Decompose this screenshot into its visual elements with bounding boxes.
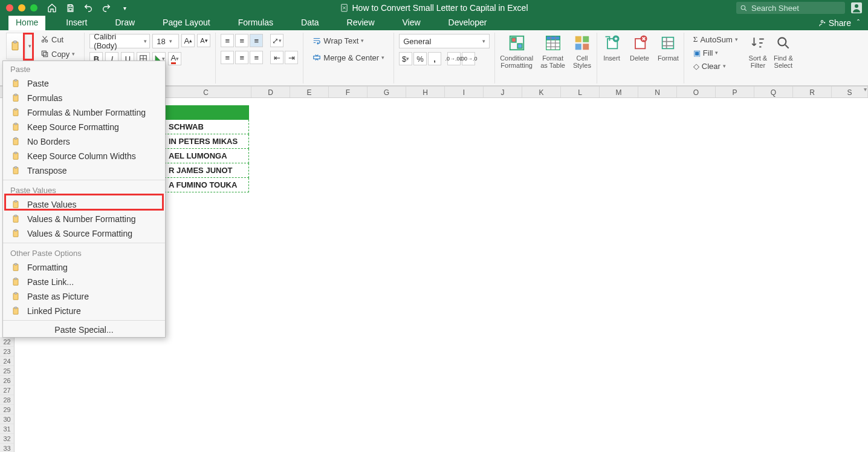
col-header-G[interactable]: G [368, 87, 406, 97]
copy-button[interactable]: Copy▾ [36, 47, 79, 61]
merge-center-button[interactable]: Merge & Center▾ [308, 51, 389, 64]
insert-cells-button[interactable]: Insert [602, 33, 621, 62]
paste-item-keep-source-formatting[interactable]: Keep Source Formatting [3, 120, 165, 134]
find-select-button[interactable]: Find & Select [774, 33, 793, 69]
font-name-select[interactable]: Calibri (Body)▾ [89, 34, 150, 48]
align-bottom-icon[interactable]: ≡ [250, 34, 263, 47]
cell[interactable]: A FUMINO TOUKA [164, 178, 249, 192]
paste-other-item-linked-picture[interactable]: Linked Picture [3, 304, 165, 318]
align-center-icon[interactable]: ≡ [235, 51, 248, 64]
col-header-L[interactable]: L [561, 87, 600, 97]
row-header-26[interactable]: 26 [0, 376, 14, 385]
paste-item-formulas-number-formatting[interactable]: Formulas & Number Formatting [3, 105, 165, 120]
col-header-F[interactable]: F [329, 87, 368, 97]
paste-item-no-borders[interactable]: No Borders [3, 134, 165, 149]
col-header-P[interactable]: P [716, 87, 754, 97]
clear-button[interactable]: ◇Clear▾ [689, 59, 742, 73]
conditional-formatting-button[interactable]: Conditional Formatting [500, 33, 533, 69]
col-header-N[interactable]: N [638, 87, 677, 97]
share-button[interactable]: Share [818, 18, 851, 28]
redo-icon[interactable] [102, 3, 111, 13]
align-middle-icon[interactable]: ≡ [235, 34, 248, 47]
tab-developer[interactable]: Developer [441, 15, 494, 30]
cell[interactable]: SCHWAB [164, 120, 249, 134]
increase-font-icon[interactable]: A▴ [181, 34, 195, 47]
paste-item-formulas[interactable]: Formulas [3, 91, 165, 105]
col-header-S[interactable]: S [832, 87, 868, 97]
paste-values-item-paste-values[interactable]: Paste Values [3, 197, 165, 212]
tab-data[interactable]: Data [294, 15, 326, 30]
row-header-24[interactable]: 24 [0, 356, 14, 366]
row-header-23[interactable]: 23 [0, 347, 14, 356]
paste-values-item-values-source-formatting[interactable]: Values & Source Formatting [3, 226, 165, 241]
increase-decimal-icon[interactable]: .0→.00 [447, 52, 461, 65]
col-header-R[interactable]: R [793, 87, 832, 97]
paste-dropdown-button[interactable]: ▾ [25, 33, 34, 59]
row-header-28[interactable]: 28 [0, 395, 14, 405]
row-header-27[interactable]: 27 [0, 385, 14, 395]
search-sheet-input[interactable]: Search Sheet [736, 2, 845, 14]
paste-other-item-paste-as-picture[interactable]: Paste as Picture [3, 289, 165, 304]
wrap-text-button[interactable]: Wrap Text▾ [308, 34, 368, 47]
cut-button[interactable]: Cut [36, 33, 79, 46]
format-cells-button[interactable]: Format [658, 33, 679, 62]
paste-item-paste[interactable]: Paste [3, 76, 165, 91]
qat-customize-icon[interactable]: ▾ [120, 3, 129, 13]
row-header-22[interactable]: 22 [0, 337, 14, 347]
align-top-icon[interactable]: ≡ [221, 34, 234, 47]
row-header-32[interactable]: 32 [0, 434, 14, 444]
row-header-31[interactable]: 31 [0, 424, 14, 434]
decrease-decimal-icon[interactable]: .00→.0 [462, 52, 475, 65]
formula-bar-collapse-icon[interactable]: ▾ [864, 86, 867, 93]
col-header-I[interactable]: I [445, 87, 484, 97]
cell-header[interactable] [164, 105, 249, 120]
accounting-format-icon[interactable]: $▾ [399, 52, 412, 65]
decrease-indent-icon[interactable]: ⇤ [270, 51, 283, 64]
align-right-icon[interactable]: ≡ [250, 51, 263, 64]
cell[interactable]: IN PETERS MIKAS [164, 134, 249, 149]
row-header-33[interactable]: 33 [0, 444, 14, 452]
cell[interactable]: R JAMES JUNOT [164, 163, 249, 178]
format-as-table-button[interactable]: Format as Table [540, 33, 565, 69]
tab-page-layout[interactable]: Page Layout [155, 15, 218, 30]
col-header-C[interactable]: C [161, 87, 251, 97]
cell[interactable]: AEL LUMONGA [164, 149, 249, 163]
row-header-29[interactable]: 29 [0, 405, 14, 414]
tab-insert[interactable]: Insert [59, 15, 94, 30]
paste-item-keep-source-column-widths[interactable]: Keep Source Column Widths [3, 149, 165, 163]
tab-view[interactable]: View [395, 15, 428, 30]
col-header-O[interactable]: O [677, 87, 716, 97]
orientation-icon[interactable]: ⤢▾ [270, 34, 283, 47]
font-color-button[interactable]: A▾ [168, 52, 181, 65]
fill-button[interactable]: ▣Fill▾ [689, 46, 742, 59]
paste-item-transpose[interactable]: Transpose [3, 163, 165, 178]
decrease-font-icon[interactable]: A▾ [197, 34, 210, 47]
close-window-button[interactable] [6, 4, 13, 11]
cell-styles-button[interactable]: Cell Styles [572, 33, 592, 69]
col-header-E[interactable]: E [290, 87, 329, 97]
font-size-select[interactable]: 18▾ [152, 34, 179, 48]
tab-home[interactable]: Home [8, 15, 45, 30]
ribbon-collapse-button[interactable]: ˆ [857, 19, 860, 27]
col-header-M[interactable]: M [600, 87, 638, 97]
percent-format-icon[interactable]: % [413, 52, 427, 65]
tab-formulas[interactable]: Formulas [231, 15, 280, 30]
save-icon[interactable] [65, 3, 75, 13]
col-header-J[interactable]: J [484, 87, 522, 97]
paste-other-item-paste-link[interactable]: Paste Link... [3, 275, 165, 289]
sort-filter-button[interactable]: Sort & Filter [748, 33, 768, 69]
paste-special-item[interactable]: Paste Special... [3, 323, 165, 337]
tab-review[interactable]: Review [340, 15, 382, 30]
col-header-K[interactable]: K [522, 87, 561, 97]
account-icon[interactable] [851, 2, 862, 13]
increase-indent-icon[interactable]: ⇥ [285, 51, 298, 64]
home-icon[interactable] [47, 3, 57, 13]
tab-draw[interactable]: Draw [108, 15, 142, 30]
undo-icon[interactable] [83, 3, 93, 13]
paste-button[interactable] [6, 33, 24, 59]
autosum-button[interactable]: ΣAutoSum▾ [689, 33, 742, 46]
number-format-select[interactable]: General▾ [399, 34, 490, 48]
col-header-D[interactable]: D [251, 87, 290, 97]
align-left-icon[interactable]: ≡ [221, 51, 234, 64]
paste-other-item-formatting[interactable]: Formatting [3, 260, 165, 275]
